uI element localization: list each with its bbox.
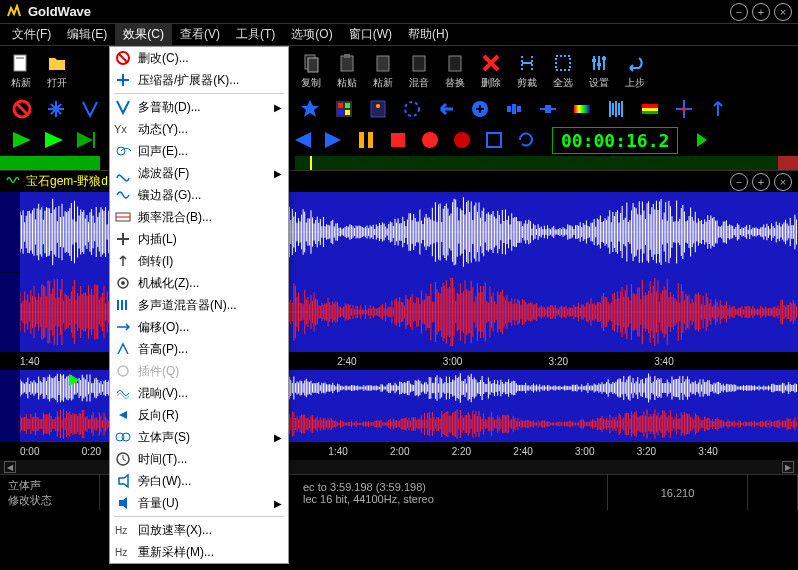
effect-compressor-icon[interactable] xyxy=(42,95,70,123)
record-button[interactable] xyxy=(416,127,444,153)
menu-item-doppler[interactable]: 多普勒(D)...▶ xyxy=(110,96,288,118)
svg-point-55 xyxy=(118,366,128,376)
menu-item-interpolate[interactable]: 内插(L) xyxy=(110,228,288,250)
x-icon xyxy=(479,51,503,75)
effect-icon-6[interactable] xyxy=(466,95,494,123)
menu-文件f[interactable]: 文件(F) xyxy=(4,24,59,45)
close-button[interactable]: × xyxy=(774,3,792,21)
doc-close-button[interactable]: × xyxy=(774,173,792,191)
menu-item-multichannel[interactable]: 多声道混音器(N)... xyxy=(110,294,288,316)
menu-item-voiceover[interactable]: 旁白(W)... xyxy=(110,470,288,492)
replace-icon xyxy=(443,51,467,75)
effect-icon-13[interactable] xyxy=(704,95,732,123)
effect-censor-icon[interactable] xyxy=(8,95,36,123)
effect-icon-8[interactable] xyxy=(534,95,562,123)
effect-icon-9[interactable] xyxy=(568,95,596,123)
svg-rect-40 xyxy=(368,132,373,148)
mix-button[interactable]: 混音 xyxy=(402,49,436,91)
effect-icon-10[interactable] xyxy=(602,95,630,123)
svg-marker-34 xyxy=(45,132,63,148)
play-button[interactable] xyxy=(8,127,36,153)
menu-查看v[interactable]: 查看(V) xyxy=(172,24,228,45)
doc-wave-icon xyxy=(6,173,22,191)
svg-marker-16 xyxy=(301,100,319,117)
paste-button[interactable]: 粘贴 xyxy=(330,49,364,91)
fast-forward-button[interactable] xyxy=(320,127,348,153)
play-end-button[interactable] xyxy=(72,127,100,153)
pause-button[interactable] xyxy=(352,127,380,153)
play-selection-button[interactable] xyxy=(40,127,68,153)
select-all-button[interactable]: 全选 xyxy=(546,49,580,91)
record-pause-button[interactable] xyxy=(448,127,476,153)
replace-button[interactable]: 替换 xyxy=(438,49,472,91)
menu-item-freqblend[interactable]: 频率混合(B)... xyxy=(110,206,288,228)
effect-icon-12[interactable] xyxy=(670,95,698,123)
menu-item-echo[interactable]: 回声(E)... xyxy=(110,140,288,162)
menu-窗口w[interactable]: 窗口(W) xyxy=(341,24,400,45)
stop-button[interactable] xyxy=(384,127,412,153)
menu-item-reverse[interactable]: 反向(R) xyxy=(110,404,288,426)
rewind-button[interactable] xyxy=(288,127,316,153)
svg-rect-27 xyxy=(574,105,590,113)
settings-button[interactable]: 设置 xyxy=(582,49,616,91)
clipboard-icon xyxy=(335,51,359,75)
menu-item-censor[interactable]: 删改(C)... xyxy=(110,47,288,69)
menu-item-label: 偏移(O)... xyxy=(138,319,189,336)
svg-rect-12 xyxy=(592,59,596,62)
menu-工具t[interactable]: 工具(T) xyxy=(228,24,283,45)
menu-item-time[interactable]: 时间(T)... xyxy=(110,448,288,470)
menu-item-playback[interactable]: Hz回放速率(X)... xyxy=(110,519,288,541)
tick-label: 3:20 xyxy=(549,356,568,367)
effect-icon-2[interactable] xyxy=(330,95,358,123)
menu-item-label: 压缩器/扩展器(K)... xyxy=(138,72,239,89)
trim-button[interactable]: 剪裁 xyxy=(510,49,544,91)
effect-icon-1[interactable] xyxy=(296,95,324,123)
properties-button[interactable] xyxy=(480,127,508,153)
menu-item-label: 重新采样(M)... xyxy=(138,544,214,561)
menu-item-volume[interactable]: 音量(U)▶ xyxy=(110,492,288,514)
menu-item-mechanize[interactable]: 机械化(Z)... xyxy=(110,272,288,294)
loop-button[interactable] xyxy=(512,127,540,153)
svg-rect-20 xyxy=(338,110,343,115)
scroll-right-button[interactable]: ▶ xyxy=(782,461,794,473)
title-bar: GoldWave − + × xyxy=(0,0,798,24)
svg-point-32 xyxy=(682,107,686,111)
menu-item-stereo[interactable]: 立体声(S)▶ xyxy=(110,426,288,448)
scroll-left-button[interactable]: ◀ xyxy=(4,461,16,473)
paste-new-button-2[interactable]: 粘新 xyxy=(366,49,400,91)
menu-item-pitch[interactable]: 音高(P)... xyxy=(110,338,288,360)
paste-new-button[interactable]: 粘新 xyxy=(4,49,38,91)
copy-button[interactable]: 复制 xyxy=(294,49,328,91)
effect-doppler-icon[interactable] xyxy=(76,95,104,123)
effect-icon-3[interactable] xyxy=(364,95,392,123)
effect-icon-4[interactable] xyxy=(398,95,426,123)
marker-button[interactable] xyxy=(688,127,716,153)
maximize-button[interactable]: + xyxy=(752,3,770,21)
effect-icon-7[interactable] xyxy=(500,95,528,123)
effect-icon-5[interactable] xyxy=(432,95,460,123)
menu-item-filter[interactable]: 滤波器(F)▶ xyxy=(110,162,288,184)
menu-item-label: 回放速率(X)... xyxy=(138,522,212,539)
undo-button[interactable]: 上步 xyxy=(618,49,652,91)
menu-item-invert[interactable]: 倒转(I) xyxy=(110,250,288,272)
menu-item-dynamics[interactable]: Yx动态(Y)... xyxy=(110,118,288,140)
svg-rect-11 xyxy=(556,56,570,70)
menu-item-offset[interactable]: 偏移(O)... xyxy=(110,316,288,338)
menu-效果c[interactable]: 效果(C) xyxy=(115,24,172,45)
censor-icon xyxy=(114,49,132,67)
effect-icon-11[interactable] xyxy=(636,95,664,123)
menu-item-compressor[interactable]: 压缩器/扩展器(K)... xyxy=(110,69,288,91)
offset-icon xyxy=(114,318,132,336)
menu-item-resample[interactable]: Hz重新采样(M)... xyxy=(110,541,288,563)
menu-选项o[interactable]: 选项(O) xyxy=(283,24,340,45)
menu-编辑e[interactable]: 编辑(E) xyxy=(59,24,115,45)
open-button[interactable]: 打开 xyxy=(40,49,74,91)
delete-button[interactable]: 删除 xyxy=(474,49,508,91)
menu-item-flanger[interactable]: 镶边器(G)... xyxy=(110,184,288,206)
freqblend-icon xyxy=(114,208,132,226)
menu-帮助h[interactable]: 帮助(H) xyxy=(400,24,457,45)
doc-maximize-button[interactable]: + xyxy=(752,173,770,191)
menu-item-reverb[interactable]: 混响(V)... xyxy=(110,382,288,404)
minimize-button[interactable]: − xyxy=(730,3,748,21)
doc-minimize-button[interactable]: − xyxy=(730,173,748,191)
